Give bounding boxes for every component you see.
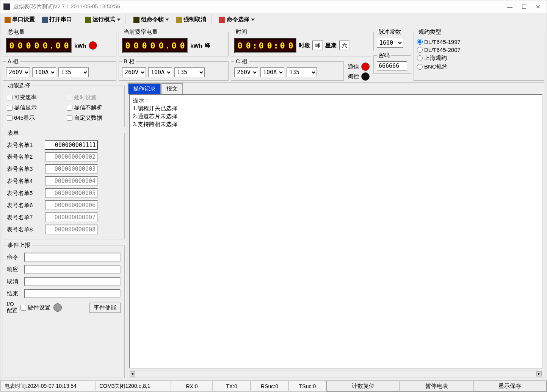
io-config-label: I/O 配置	[7, 301, 17, 314]
meter-label: 表号名单3	[7, 166, 41, 173]
func-variable-rate[interactable]: 可变速率	[7, 93, 61, 102]
comm-label: 通信	[348, 63, 359, 70]
phase-a-voltage-select[interactable]: 260V	[6, 67, 30, 77]
status-pause-button[interactable]: 暂停电表	[400, 381, 473, 392]
event-end-input[interactable]	[24, 289, 121, 298]
meters-title: 表单	[6, 130, 20, 137]
app-window: 虚拟表(芯片测试)V2.7.1 2011-05-05 13:50:56 — ☐ …	[0, 0, 547, 392]
status-save-button[interactable]: 显示保存	[473, 381, 547, 392]
phase-c-current-select[interactable]: 100A	[260, 67, 284, 77]
chevron-down-icon	[117, 19, 121, 21]
cmd-select-dropdown[interactable]: 命令选择	[216, 14, 257, 25]
meter-label: 表号名单7	[7, 214, 41, 221]
protocol-option-3[interactable]: BNC规约	[417, 62, 541, 71]
event-cancel-label: 取消	[7, 278, 22, 285]
force-cancel-button[interactable]: 强制取消	[173, 14, 209, 25]
meter-row: 表号名单6	[7, 200, 121, 210]
valve-label: 阀控	[348, 73, 359, 80]
password-group: 密码	[373, 52, 411, 74]
event-cancel-input[interactable]	[24, 277, 121, 286]
horizontal-scrollbar[interactable]: ◄ ►	[129, 370, 542, 377]
func-dingxin-noparse[interactable]: 鼎信不解析	[67, 103, 121, 112]
event-cmd-label: 命令	[7, 254, 22, 261]
phase-c-other-select[interactable]: 135	[287, 67, 317, 77]
hw-setting-check[interactable]: 硬件设置	[20, 303, 50, 312]
phase-c-group: C 相 260V 100A 135	[231, 58, 344, 81]
protocol-option-1[interactable]: DL/T645-2007	[417, 46, 541, 54]
wrench-icon	[5, 17, 11, 23]
phase-a-other-select[interactable]: 135	[58, 67, 89, 77]
maximize-icon[interactable]: ☐	[522, 3, 527, 10]
total-energy-title: 总电量	[6, 28, 26, 36]
event-end-label: 结束	[7, 290, 22, 297]
unit-kwh: kWh	[74, 42, 86, 49]
meter-row: 表号名单3	[7, 164, 121, 174]
log-textarea[interactable]: 提示： 1.编程开关已选择 2.通道芯片未选择 3.支持跨相未选择	[129, 94, 542, 369]
time-title: 时间	[234, 28, 249, 36]
port-settings-button[interactable]: 串口设置	[2, 14, 38, 25]
statusbar: 电表时间:2024-09-07 10:13:54 COM3关闭1200,e,8,…	[0, 380, 547, 392]
phase-a-current-select[interactable]: 100A	[32, 67, 56, 77]
meter-row: 表号名单1	[7, 141, 121, 150]
phase-b-title: B 相	[122, 58, 136, 65]
phase-b-voltage-select[interactable]: 260V	[122, 67, 146, 77]
week-label: 星期	[325, 42, 337, 49]
event-cmd-input[interactable]	[24, 253, 121, 262]
phase-c-title: C 相	[234, 58, 249, 65]
phase-c-voltage-select[interactable]: 260V	[234, 67, 258, 77]
scroll-left-icon[interactable]: ◄	[130, 371, 135, 376]
protocol-option-0[interactable]: DL/T645-1997	[417, 38, 541, 46]
event-resp-input[interactable]	[24, 265, 121, 274]
status-meter-time: 电表时间:2024-09-07 10:13:54	[0, 381, 95, 392]
unit-kwh-2: kWh	[190, 42, 202, 49]
scroll-right-icon[interactable]: ►	[536, 371, 542, 376]
meter-number-input[interactable]	[45, 141, 98, 150]
hw-led	[53, 303, 62, 312]
check-icon	[219, 17, 225, 23]
phase-b-current-select[interactable]: 100A	[148, 67, 172, 77]
password-input[interactable]	[377, 61, 407, 70]
meter-label: 表号名单1	[7, 142, 41, 149]
meter-number-input[interactable]	[45, 152, 98, 162]
protocol-title: 规约类型	[417, 28, 443, 36]
func-645-display[interactable]: 645显示	[7, 114, 61, 122]
meter-number-input[interactable]	[45, 164, 98, 174]
total-energy-display: 00000.00	[6, 38, 72, 53]
open-port-button[interactable]: 打开串口	[39, 14, 75, 25]
phase-b-group: B 相 260V 100A 135	[119, 58, 229, 81]
status-rsuc: RSuc:0	[251, 381, 288, 392]
minimize-icon[interactable]: —	[507, 3, 513, 10]
meter-number-input[interactable]	[45, 176, 98, 186]
meter-number-input[interactable]	[45, 212, 98, 222]
function-select-group: 功能选择 可变速率 延时设置 鼎信显示 鼎信不解析 645显示 自定义数据	[3, 82, 125, 127]
meter-label: 表号名单5	[7, 190, 41, 197]
close-icon[interactable]: ✕	[536, 3, 541, 10]
current-rate-display: 00000.00	[122, 38, 188, 53]
meter-row: 表号名单2	[7, 152, 121, 162]
tab-operation-record[interactable]: 操作记录	[128, 83, 161, 94]
func-custom-data[interactable]: 自定义数据	[67, 114, 121, 122]
time-group: 时间 00:00:00 时段 峰 星期 六	[231, 28, 371, 56]
protocol-option-2[interactable]: 上海规约	[417, 54, 541, 62]
func-dingxin-display[interactable]: 鼎信显示	[7, 103, 61, 112]
event-enable-button[interactable]: 事件使能	[89, 303, 121, 313]
tab-message[interactable]: 报文	[161, 83, 183, 94]
run-mode-dropdown[interactable]: 运行模式	[82, 14, 123, 25]
group-cmd-dropdown[interactable]: 组命令帧	[131, 14, 172, 25]
status-com: COM3关闭1200,e,8,1	[95, 381, 171, 392]
total-energy-group: 总电量 00000.00 kWh	[3, 28, 116, 56]
func-delay-setting: 延时设置	[67, 93, 121, 102]
pulse-select[interactable]: 1600	[377, 38, 403, 48]
protocol-group: 规约类型 DL/T645-1997 DL/T645-2007 上海规约 BNC规…	[414, 28, 544, 81]
phase-a-group: A 相 260V 100A 135	[3, 58, 116, 81]
phase-b-other-select[interactable]: 135	[174, 67, 205, 77]
meter-number-input[interactable]	[45, 200, 98, 210]
titlebar: 虚拟表(芯片测试)V2.7.1 2011-05-05 13:50:56 — ☐ …	[0, 0, 547, 13]
app-icon	[3, 3, 10, 10]
meter-number-input[interactable]	[45, 188, 98, 198]
meter-row: 表号名单7	[7, 212, 121, 222]
period-value: 峰	[312, 41, 323, 50]
status-reset-button[interactable]: 计数复位	[326, 381, 400, 392]
meter-number-input[interactable]	[45, 225, 98, 234]
valve-led	[361, 72, 370, 81]
